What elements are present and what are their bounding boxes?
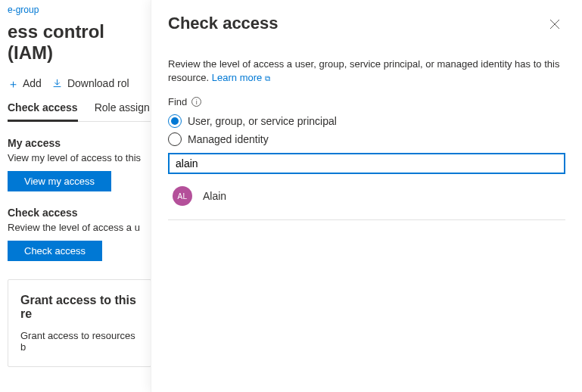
check-access-section: Check access Review the level of access … [8, 191, 151, 261]
my-access-section: My access View my level of access to thi… [8, 122, 151, 191]
tab-check-access[interactable]: Check access [8, 101, 78, 122]
download-label: Download rol [67, 77, 129, 89]
check-access-desc: Review the level of access a u [8, 222, 151, 241]
check-access-panel: Check access Review the level of access … [151, 0, 582, 392]
radio-mi-label: Managed identity [188, 133, 269, 145]
radio-user-label: User, group, or service principal [188, 115, 337, 127]
find-label-row: Find i [168, 89, 565, 112]
breadcrumb-link[interactable]: e-group [8, 0, 151, 18]
result-name: Alain [203, 190, 226, 202]
plus-icon: ＋ [8, 78, 18, 89]
radio-icon [168, 132, 182, 146]
avatar: AL [173, 186, 192, 206]
grant-access-card: Grant access to this re Grant access to … [8, 279, 151, 367]
close-button[interactable] [544, 14, 565, 35]
page-title: ess control (IAM) [8, 18, 151, 77]
principal-search-input[interactable] [168, 153, 565, 174]
external-link-icon: ⧉ [265, 74, 270, 82]
tab-role-assignments[interactable]: Role assign [95, 101, 150, 121]
my-access-title: My access [8, 137, 151, 152]
learn-more-link[interactable]: Learn more ⧉ [212, 72, 270, 83]
close-icon [549, 19, 560, 30]
add-label: Add [23, 77, 42, 89]
find-label: Find [168, 96, 187, 107]
view-my-access-button[interactable]: View my access [8, 171, 111, 191]
download-button[interactable]: Download rol [52, 77, 129, 89]
info-icon[interactable]: i [191, 97, 201, 107]
radio-managed-identity[interactable]: Managed identity [168, 130, 565, 148]
add-button[interactable]: ＋ Add [8, 77, 42, 89]
divider [168, 219, 565, 220]
tab-bar: Check access Role assign [8, 101, 159, 122]
check-access-button[interactable]: Check access [8, 241, 102, 261]
search-result-item[interactable]: AL Alain [168, 174, 565, 219]
check-access-title: Check access [8, 207, 151, 222]
grant-access-title: Grant access to this re [20, 294, 138, 330]
main-blade: e-group ess control (IAM) ＋ Add Download… [0, 0, 151, 392]
command-bar: ＋ Add Download rol [8, 77, 151, 101]
radio-icon [168, 114, 182, 128]
panel-title: Check access [168, 14, 279, 33]
panel-description: Review the level of access a user, group… [168, 35, 565, 89]
my-access-desc: View my level of access to this [8, 152, 151, 171]
radio-user-group-sp[interactable]: User, group, or service principal [168, 112, 565, 130]
download-icon [52, 78, 63, 89]
grant-access-desc: Grant access to resources b [20, 330, 138, 353]
